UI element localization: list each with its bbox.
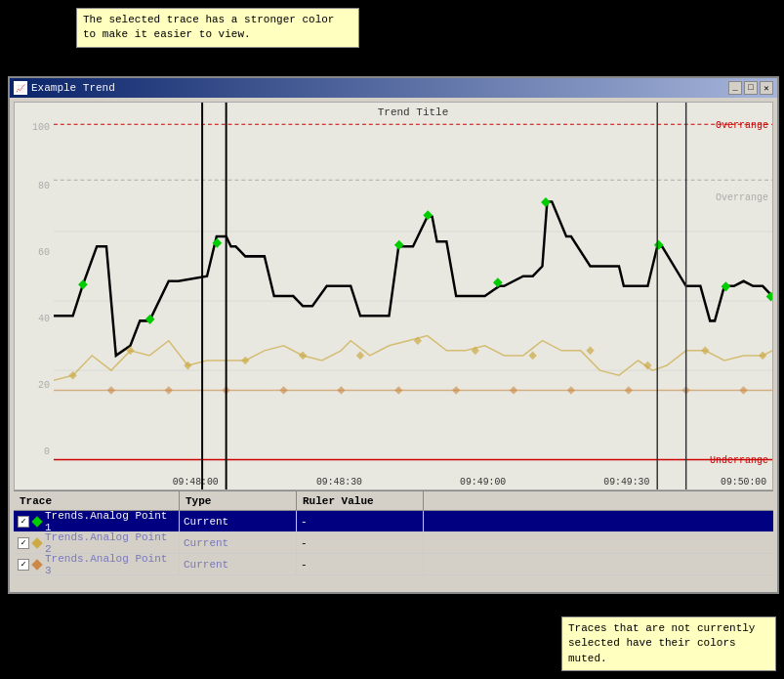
chart-area: 100 80 60 40 20 0 Trend Title Overrange …: [14, 102, 773, 490]
window-icon: 📈: [14, 81, 27, 95]
svg-rect-21: [356, 352, 364, 361]
legend-cell-ruler-3: -: [297, 554, 424, 574]
svg-rect-9: [394, 240, 404, 250]
title-bar-buttons: _ □ ✕: [728, 81, 773, 95]
title-bar: 📈 Example Trend _ □ ✕: [10, 78, 777, 98]
svg-rect-29: [107, 386, 115, 395]
legend-area: Trace Type Ruler Value ✓ Trends.Analog P…: [14, 490, 773, 588]
maximize-button[interactable]: □: [744, 81, 758, 95]
legend-cell-trace-2: ✓ Trends.Analog Point 2: [14, 532, 180, 553]
svg-rect-6: [78, 279, 88, 289]
chart-container: 100 80 60 40 20 0 Trend Title Overrange …: [10, 98, 777, 592]
svg-rect-35: [452, 386, 460, 395]
svg-rect-33: [337, 386, 345, 395]
y-label-60: 60: [38, 247, 50, 258]
checkbox-1[interactable]: ✓: [18, 516, 29, 528]
trace-ruler-1: -: [301, 516, 308, 528]
chart-svg: 09:48:00 09:48:30 09:49:00 09:49:30 09:5…: [54, 103, 772, 489]
trace-type-3: Current: [184, 559, 228, 571]
legend-col-ruler-header: Ruler Value: [297, 491, 424, 510]
svg-text:09:49:00: 09:49:00: [460, 477, 506, 488]
svg-text:09:48:00: 09:48:00: [173, 477, 219, 488]
y-label-0: 0: [44, 446, 50, 457]
y-label-80: 80: [38, 181, 50, 191]
svg-rect-32: [279, 386, 287, 395]
y-label-20: 20: [38, 380, 50, 391]
trace-name-2: Trends.Analog Point 2: [45, 531, 175, 555]
legend-header: Trace Type Ruler Value: [14, 491, 773, 511]
chart-inner[interactable]: Trend Title Overrange Overrange Underran…: [54, 103, 772, 489]
legend-cell-ruler-2: -: [297, 532, 424, 553]
window-title: Example Trend: [31, 82, 115, 94]
trace-ruler-2: -: [301, 537, 308, 549]
trace-type-1: Current: [184, 516, 228, 528]
tooltip-bottom-text: Traces that are not currently selected h…: [568, 622, 755, 664]
minimize-button[interactable]: _: [728, 81, 742, 95]
legend-row-3[interactable]: ✓ Trends.Analog Point 3 Current -: [14, 554, 773, 575]
svg-rect-25: [586, 347, 594, 356]
close-button[interactable]: ✕: [760, 81, 773, 95]
legend-cell-type-2: Current: [180, 532, 297, 553]
svg-text:09:50:00: 09:50:00: [721, 477, 766, 488]
tooltip-top-text: The selected trace has a stronger color …: [83, 14, 334, 40]
tooltip-bottom: Traces that are not currently selected h…: [561, 616, 776, 671]
svg-rect-24: [529, 352, 537, 361]
svg-rect-27: [701, 347, 709, 356]
svg-rect-7: [145, 315, 155, 324]
legend-row-2[interactable]: ✓ Trends.Analog Point 2 Current -: [14, 532, 773, 554]
y-label-40: 40: [38, 314, 50, 324]
svg-text:09:49:30: 09:49:30: [603, 477, 649, 488]
legend-cell-trace-3: ✓ Trends.Analog Point 3: [14, 554, 180, 574]
y-label-100: 100: [32, 122, 50, 133]
trace-name-1: Trends.Analog Point 1: [45, 510, 175, 533]
main-window: 📈 Example Trend _ □ ✕ 100 80 60 40 20: [8, 76, 779, 594]
checkbox-3[interactable]: ✓: [18, 559, 29, 571]
diamond-icon-3: [31, 559, 42, 570]
svg-rect-12: [541, 197, 551, 207]
diamond-icon-1: [31, 516, 42, 527]
svg-rect-28: [759, 352, 766, 361]
tooltip-top: The selected trace has a stronger color …: [76, 8, 359, 48]
svg-rect-19: [241, 357, 249, 365]
y-axis: 100 80 60 40 20 0: [15, 103, 54, 489]
legend-row-1[interactable]: ✓ Trends.Analog Point 1 Current -: [14, 511, 773, 532]
svg-rect-37: [567, 386, 575, 395]
legend-cell-type-3: Current: [180, 554, 297, 574]
legend-cell-ruler-1: -: [297, 511, 424, 531]
legend-cell-type-1: Current: [180, 511, 297, 531]
trace-ruler-3: -: [301, 559, 308, 571]
svg-rect-40: [739, 386, 747, 395]
svg-rect-10: [423, 210, 433, 220]
trace-type-2: Current: [184, 537, 228, 549]
legend-cell-trace-1: ✓ Trends.Analog Point 1: [14, 511, 180, 531]
legend-col-type-header: Type: [180, 491, 297, 510]
svg-rect-38: [625, 386, 633, 395]
title-bar-left: 📈 Example Trend: [14, 81, 115, 95]
svg-rect-20: [299, 352, 307, 361]
diamond-icon-2: [31, 537, 42, 548]
checkbox-2[interactable]: ✓: [18, 537, 29, 549]
svg-rect-34: [394, 386, 402, 395]
svg-text:09:48:30: 09:48:30: [316, 477, 362, 488]
legend-col-trace-header: Trace: [14, 491, 180, 510]
svg-rect-36: [510, 386, 517, 395]
trace-name-3: Trends.Analog Point 3: [45, 553, 175, 576]
svg-rect-30: [165, 386, 173, 395]
